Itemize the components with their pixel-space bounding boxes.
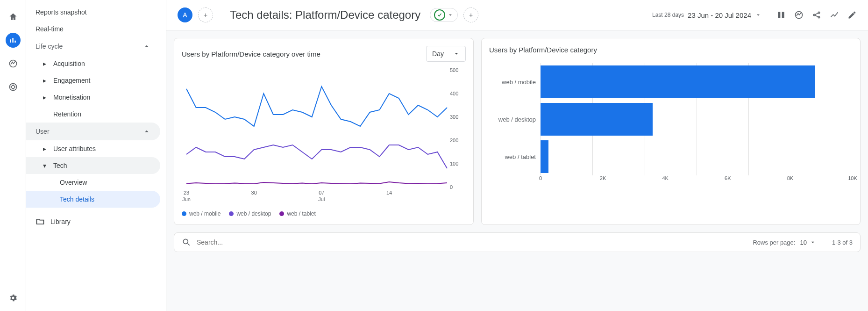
- sidebar-item-acquisition[interactable]: ▸Acquisition: [26, 55, 160, 72]
- legend-dot: [182, 211, 186, 216]
- add-comparison-button[interactable]: +: [198, 7, 213, 22]
- line-chart-card: Users by Platform/Device category over t…: [174, 38, 474, 225]
- svg-text:14: 14: [386, 190, 392, 195]
- legend-dot: [229, 211, 234, 216]
- sidebar-item-retention[interactable]: Retention: [26, 106, 160, 123]
- sidebar-item-engagement[interactable]: ▸Engagement: [26, 72, 160, 89]
- svg-text:500: 500: [450, 67, 458, 73]
- reports-icon[interactable]: [6, 33, 21, 48]
- bar-row: web / desktop: [489, 101, 853, 138]
- label: Retention: [53, 110, 81, 118]
- bar-label: web / desktop: [489, 116, 541, 123]
- svg-text:200: 200: [450, 137, 458, 143]
- share-icon[interactable]: [812, 10, 821, 20]
- chevron-up-icon: [142, 127, 151, 136]
- status-pill[interactable]: [430, 8, 458, 22]
- explore-icon[interactable]: [6, 56, 21, 71]
- caret-right-icon: ▸: [43, 145, 48, 152]
- date-range-label: Last 28 days: [652, 12, 684, 18]
- segment-avatar[interactable]: A: [178, 7, 192, 22]
- sidebar-item-monetisation[interactable]: ▸Monetisation: [26, 89, 160, 106]
- legend-label: web / desktop: [236, 210, 271, 217]
- insights-icon[interactable]: [794, 10, 804, 20]
- svg-point-7: [818, 12, 819, 13]
- label: Real-time: [36, 25, 64, 33]
- axis-tick: 0: [539, 175, 542, 181]
- search-input[interactable]: [197, 239, 747, 246]
- pagination-range: 1-3 of 3: [832, 239, 853, 246]
- svg-point-6: [813, 14, 815, 15]
- line-chart-title: Users by Platform/Device category over t…: [182, 50, 320, 58]
- svg-point-8: [818, 16, 819, 18]
- home-icon[interactable]: [6, 9, 21, 24]
- add-filter-button[interactable]: +: [463, 7, 478, 22]
- svg-text:300: 300: [450, 114, 458, 120]
- granularity-dropdown[interactable]: Day: [426, 46, 466, 62]
- caret-right-icon: ▸: [43, 60, 48, 67]
- svg-text:Jun: Jun: [182, 196, 191, 202]
- sidebar-section-lifecycle[interactable]: Life cycle: [26, 37, 160, 55]
- date-range-value: 23 Jun - 20 Jul 2024: [688, 11, 751, 19]
- content: Users by Platform/Device category over t…: [166, 30, 868, 311]
- chevron-down-icon: [453, 51, 460, 57]
- label: Acquisition: [53, 60, 85, 67]
- bar-fill: [541, 103, 653, 136]
- rows-per-page-label: Rows per page:: [753, 239, 795, 246]
- bar-label: web / mobile: [489, 79, 541, 86]
- label: Tech: [53, 162, 67, 169]
- bar-fill: [541, 65, 815, 98]
- sidebar-item-tech-overview[interactable]: Overview: [26, 174, 160, 191]
- rows-per-page-select[interactable]: 10: [800, 239, 816, 246]
- legend-dot: [279, 211, 284, 216]
- sidebar-item-tech[interactable]: ▾Tech: [26, 157, 160, 174]
- chevron-down-icon: [755, 12, 761, 18]
- label: User attributes: [53, 145, 96, 152]
- sidebar-item-user-attributes[interactable]: ▸User attributes: [26, 140, 160, 157]
- caret-right-icon: ▸: [43, 77, 48, 84]
- sidebar-item-reports-snapshot[interactable]: Reports snapshot: [26, 4, 160, 21]
- svg-point-21: [183, 239, 188, 244]
- check-icon: [434, 9, 445, 21]
- advertising-icon[interactable]: [6, 80, 21, 94]
- svg-text:0: 0: [450, 184, 453, 190]
- edit-icon[interactable]: [847, 10, 857, 20]
- label: Life cycle: [36, 43, 63, 50]
- chevron-up-icon: [142, 42, 151, 51]
- chevron-down-icon: [447, 12, 454, 18]
- axis-tick: 2K: [600, 175, 606, 181]
- toolbar-icons: [776, 10, 857, 20]
- dropdown-value: Day: [432, 50, 444, 58]
- sidebar-item-realtime[interactable]: Real-time: [26, 21, 160, 37]
- bar-fill: [541, 140, 548, 173]
- compare-icon[interactable]: [776, 10, 786, 20]
- legend-item[interactable]: web / mobile: [182, 210, 221, 217]
- chevron-down-icon: [810, 239, 816, 246]
- date-range-picker[interactable]: Last 28 days 23 Jun - 20 Jul 2024: [652, 11, 761, 19]
- table-search-row: Rows per page: 10 1-3 of 3: [174, 232, 861, 252]
- svg-text:Jul: Jul: [318, 196, 325, 202]
- sidebar: Reports snapshot Real-time Life cycle ▸A…: [26, 0, 166, 311]
- legend-item[interactable]: web / tablet: [279, 210, 315, 217]
- sidebar-section-user[interactable]: User: [26, 123, 160, 140]
- axis-tick: 8K: [787, 175, 793, 181]
- caret-right-icon: ▸: [43, 94, 48, 101]
- label: Library: [50, 218, 71, 225]
- search-icon: [182, 238, 191, 247]
- bar-row: web / mobile: [489, 63, 853, 101]
- sidebar-item-library[interactable]: Library: [26, 212, 160, 231]
- bar-row: web / tablet: [489, 138, 853, 175]
- svg-rect-4: [782, 12, 784, 18]
- svg-text:100: 100: [450, 161, 458, 166]
- svg-rect-3: [778, 12, 780, 18]
- label: Engagement: [53, 77, 90, 84]
- legend-item[interactable]: web / desktop: [229, 210, 271, 217]
- icon-rail: [0, 0, 26, 311]
- legend-label: web / tablet: [287, 210, 315, 217]
- folder-icon: [36, 217, 45, 226]
- bar-chart-card: Users by Platform/Device category web / …: [481, 38, 861, 225]
- admin-gear-icon[interactable]: [6, 290, 21, 305]
- sidebar-item-tech-details[interactable]: Tech details: [26, 191, 160, 208]
- axis-tick: 4K: [662, 175, 668, 181]
- trend-icon[interactable]: [830, 10, 839, 20]
- line-chart: 010020030040050023Jun3007Jul14: [182, 65, 466, 206]
